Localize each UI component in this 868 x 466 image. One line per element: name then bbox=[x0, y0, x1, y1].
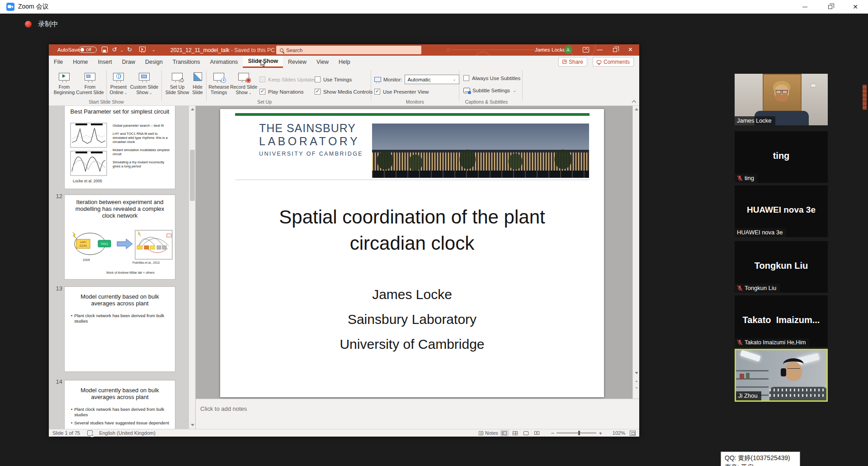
always-use-subtitles-checkbox[interactable]: Always Use Subtitles bbox=[463, 75, 520, 81]
account-avatar[interactable]: JL bbox=[564, 46, 572, 54]
scroll-down-icon[interactable] bbox=[633, 370, 639, 376]
qq-status-overlay: QQ: 黄婷(1037525439) 声音: 开启 bbox=[721, 452, 800, 466]
quick-access-toolbar-dropdown-icon[interactable]: ⌄ bbox=[152, 48, 156, 52]
restore-icon bbox=[828, 5, 832, 9]
previous-slide-button[interactable]: ‹‹ bbox=[633, 377, 639, 384]
notes-toggle[interactable]: Notes bbox=[485, 430, 498, 436]
notes-pane[interactable]: Click to add notes bbox=[196, 399, 639, 429]
play-narrations-checkbox[interactable]: Play Narrations bbox=[259, 89, 304, 95]
record-slide-show-button[interactable]: Record Slide Show⌄ bbox=[230, 70, 258, 98]
tab-insert[interactable]: Insert bbox=[93, 56, 117, 68]
custom-slide-show-button[interactable]: Custom Slide Show⌄ bbox=[129, 70, 160, 98]
participant-tile-ting[interactable]: ting ting bbox=[735, 131, 828, 183]
start-slideshow-qat-icon[interactable] bbox=[139, 47, 146, 52]
slide-author-block: James Locke Sainsbury Laboratory Univers… bbox=[220, 282, 604, 357]
autosave-toggle[interactable]: Off bbox=[79, 47, 97, 53]
accessibility-checker-icon[interactable] bbox=[87, 430, 93, 436]
comments-button[interactable]: Comments bbox=[593, 57, 634, 67]
slide-number-12: 12 bbox=[52, 193, 62, 200]
slide-scrollbar[interactable]: ‹‹ ‹‹ bbox=[632, 106, 639, 399]
scroll-up-icon[interactable] bbox=[189, 106, 196, 113]
set-up-slide-show-button[interactable]: Set Up Slide Show bbox=[164, 70, 190, 98]
present-online-button[interactable]: Present Online⌄ bbox=[108, 70, 129, 98]
autosave-state: Off bbox=[86, 48, 91, 52]
from-current-slide-button[interactable]: From Current Slide bbox=[75, 70, 105, 98]
zoom-slider[interactable] bbox=[557, 433, 596, 433]
record-icon bbox=[25, 21, 32, 28]
scroll-up-icon[interactable] bbox=[633, 106, 639, 113]
zoom-out-button[interactable]: − bbox=[549, 430, 557, 437]
undo-dropdown-icon[interactable]: ⌄ bbox=[120, 48, 123, 52]
tab-help[interactable]: Help bbox=[334, 56, 355, 68]
participant-name-label: HUAWEI nova 3e bbox=[735, 228, 786, 237]
share-button[interactable]: Share bbox=[558, 57, 587, 67]
tab-animations[interactable]: Animations bbox=[205, 56, 243, 68]
keep-slides-updated-checkbox[interactable]: Keep Slides Updated bbox=[259, 76, 317, 82]
next-slide-button[interactable]: ‹‹ bbox=[633, 385, 639, 391]
zoom-level[interactable]: 102% bbox=[610, 430, 625, 436]
ppt-restore-button[interactable] bbox=[613, 48, 617, 52]
tab-design[interactable]: Design bbox=[140, 56, 168, 68]
thumbnail-scrollbar[interactable] bbox=[189, 106, 195, 429]
tab-draw[interactable]: Draw bbox=[117, 56, 140, 68]
collapse-ribbon-icon[interactable] bbox=[632, 100, 636, 104]
zoom-restore-button[interactable] bbox=[817, 0, 843, 14]
search-placeholder: Search bbox=[286, 48, 302, 53]
slide-show-view-button[interactable] bbox=[533, 430, 542, 437]
document-title[interactable]: 2021_12_11_model_talk - Saved to this PC… bbox=[170, 47, 278, 53]
scroll-down-icon[interactable] bbox=[189, 422, 196, 428]
tab-file[interactable]: File bbox=[49, 56, 68, 68]
present-online-icon bbox=[113, 73, 124, 81]
slide-thumbnail-13[interactable]: Model currently based on bulk averages a… bbox=[64, 286, 175, 372]
monitor-select[interactable]: Automatic ⌄ bbox=[405, 75, 459, 84]
slide-thumbnail-12[interactable]: Iteration between experiment and modelli… bbox=[64, 195, 175, 280]
undo-icon[interactable]: ↺ bbox=[112, 47, 117, 52]
subtitle-settings-button[interactable]: Subtitle Settings ⌄ bbox=[463, 88, 516, 93]
language-indicator[interactable]: English (United Kingdom) bbox=[99, 430, 156, 436]
participant-tile-takato-imaizumi[interactable]: Takato Imaizum... Takato Imaizumi He,Him bbox=[735, 295, 828, 347]
fit-slide-to-window-icon[interactable] bbox=[630, 431, 636, 436]
titlebar-decor bbox=[447, 48, 450, 52]
tab-view[interactable]: View bbox=[311, 56, 334, 68]
ribbon-display-options-icon[interactable] bbox=[583, 47, 589, 52]
slide-thumbnail-14[interactable]: Model currently based on bulk averages a… bbox=[64, 380, 175, 429]
scrollbar-thumb[interactable] bbox=[190, 150, 195, 201]
save-icon[interactable] bbox=[102, 47, 108, 52]
participant-tile-tongkun-liu[interactable]: Tongkun Liu Tongkun Liu bbox=[735, 241, 828, 293]
zoom-in-button[interactable]: + bbox=[596, 430, 604, 437]
redo-icon[interactable]: ↻ bbox=[127, 47, 132, 52]
normal-view-button[interactable] bbox=[500, 430, 509, 437]
participant-tile-james-locke[interactable]: James Locke bbox=[735, 74, 828, 125]
rehearse-timings-button[interactable]: Rehearse Timings bbox=[208, 70, 230, 98]
tab-review[interactable]: Review bbox=[283, 56, 311, 68]
show-media-controls-checkbox[interactable]: Show Media Controls bbox=[315, 89, 373, 95]
hide-slide-button[interactable]: Hide Slide bbox=[189, 70, 206, 98]
ppt-minimize-button[interactable] bbox=[597, 50, 603, 50]
mic-muted-icon bbox=[737, 175, 743, 181]
checkbox-icon bbox=[463, 75, 469, 81]
participant-name-label: Tongkun Liu bbox=[735, 284, 780, 293]
search-input[interactable]: Search bbox=[276, 46, 421, 54]
tab-home[interactable]: Home bbox=[68, 56, 93, 68]
reading-view-button[interactable] bbox=[522, 430, 531, 437]
zoom-close-button[interactable]: ✕ bbox=[843, 0, 868, 14]
workspace: Best Parameter set for simplest circuit … bbox=[49, 106, 639, 429]
ppt-close-button[interactable]: ✕ bbox=[628, 46, 633, 53]
from-beginning-button[interactable]: From Beginning bbox=[53, 70, 75, 98]
checkbox-checked-icon bbox=[259, 89, 265, 95]
close-icon: ✕ bbox=[853, 4, 858, 10]
slide-thumbnail-11[interactable]: Best Parameter set for simplest circuit … bbox=[64, 106, 175, 189]
account-name[interactable]: James Locke bbox=[535, 47, 566, 52]
current-slide-canvas[interactable]: THE SAINSBURY LABORATORY UNIVERSITY OF C… bbox=[220, 109, 604, 397]
tab-transitions[interactable]: Transitions bbox=[168, 56, 205, 68]
checkbox-icon bbox=[259, 76, 265, 82]
notes-placeholder[interactable]: Click to add notes bbox=[200, 405, 247, 412]
use-timings-checkbox[interactable]: Use Timings bbox=[315, 76, 352, 82]
edge-scroll-handle[interactable] bbox=[863, 85, 867, 110]
participant-tile-ji-zhou-active-speaker[interactable]: Ji Zhou bbox=[735, 349, 828, 402]
zoom-minimize-button[interactable] bbox=[792, 0, 817, 14]
use-presenter-view-checkbox[interactable]: Use Presenter View bbox=[374, 89, 429, 95]
zoom-slider-thumb[interactable] bbox=[578, 431, 580, 435]
slide-sorter-view-button[interactable] bbox=[511, 430, 520, 437]
participant-tile-huawei-nova-3e[interactable]: HUAWEI nova 3e HUAWEI nova 3e bbox=[735, 185, 828, 237]
